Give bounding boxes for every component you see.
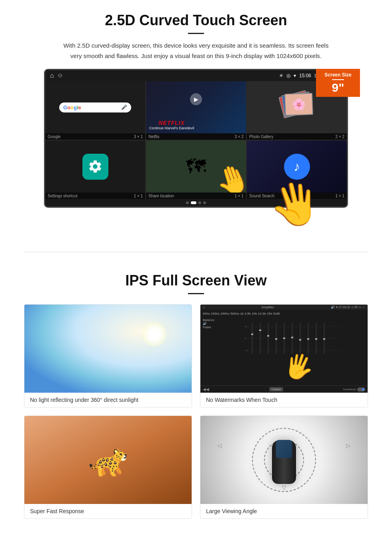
settings-icon-wrap <box>82 154 108 180</box>
amp-home-icon: ⌂ <box>203 305 205 309</box>
location-icon: ◎ <box>286 73 290 78</box>
status-time: 15:06 <box>299 73 311 78</box>
amp-labels: 60hz 100hz 200hz 500hz 1k 2.5k 10k 12.5k… <box>200 310 368 317</box>
title-divider-2 <box>188 293 204 294</box>
feature-sunlight: No light reflecting under 360° direct su… <box>24 304 192 407</box>
netflix-content: ▶ NETFLIX Continue Marvel's Daredevil <box>146 81 246 133</box>
photo-stack: 🌸 <box>281 91 313 123</box>
svg-rect-13 <box>275 338 277 340</box>
amp-title-text: Amplifier <box>262 305 274 309</box>
svg-rect-25 <box>323 338 325 340</box>
app-cell-settings[interactable]: Settings shortcut 1 × 1 <box>45 141 145 199</box>
svg-text:0: 0 <box>244 337 246 340</box>
svg-rect-17 <box>291 337 293 338</box>
svg-rect-11 <box>267 335 269 337</box>
app-cell-maps[interactable]: 🗺 🤚 Share location 1 × 1 <box>146 141 246 199</box>
arrow-left: ◁ <box>217 442 222 449</box>
photos-label: Photo Gallery 2 × 2 <box>247 133 347 140</box>
svg-rect-15 <box>283 337 285 339</box>
dot-1 <box>186 201 189 204</box>
wifi-icon: ▾ <box>294 73 296 78</box>
feature-topview: ◁ ▷ ▽ Large Viewing Angle <box>200 415 368 519</box>
status-left: ⌂ ⚇ <box>50 72 62 79</box>
amp-toggle: loudness <box>343 387 365 391</box>
dot-4 <box>203 201 206 204</box>
amp-balance-label: Balance🔊Fader <box>203 318 219 329</box>
amp-loudness-label: loudness <box>343 387 356 391</box>
car-topview <box>270 434 298 486</box>
maps-app-name: Share location <box>148 194 174 198</box>
gear-icon <box>88 159 103 174</box>
svg-text:-10: -10 <box>244 349 248 352</box>
topview-image: ◁ ▷ ▽ <box>200 416 368 504</box>
usb-icon: ⚇ <box>58 73 62 78</box>
arrow-right: ▷ <box>346 442 351 449</box>
toggle-track[interactable] <box>357 387 365 391</box>
section-curved-screen: 2.5D Curved Touch Screen With 2.5D curve… <box>0 0 392 240</box>
netflix-app-size: 3 × 2 <box>234 134 244 139</box>
app-cell-netflix[interactable]: ▶ NETFLIX Continue Marvel's Daredevil Ne… <box>146 81 246 140</box>
sound-icon-wrap: ♪ <box>284 154 310 180</box>
music-note-icon: ♪ <box>294 159 300 174</box>
settings-label: Settings shortcut 1 × 1 <box>45 193 145 199</box>
amplifier-image: ⌂ Amplifier 🔊 ▾ 17:33 ⊡ ◁ ☒ ▭ ← 60hz 100… <box>200 305 368 393</box>
section-divider <box>24 252 368 252</box>
section2-title: IPS Full Screen View <box>24 272 368 289</box>
photo-card-3: 🌸 <box>284 93 313 116</box>
google-search-bar[interactable]: Google 🎤 <box>59 102 131 112</box>
title-divider <box>188 33 204 34</box>
netflix-bg: ▶ NETFLIX Continue Marvel's Daredevil <box>146 81 246 133</box>
hand-pointing-icon: 🤚 <box>211 159 246 193</box>
section1-title: 2.5D Curved Touch Screen <box>24 12 368 29</box>
maps-content: 🗺 🤚 <box>146 141 246 193</box>
dot-3 <box>198 201 201 204</box>
app-cell-google[interactable]: Google 🎤 Google 3 × 1 <box>45 81 145 140</box>
section-ips-screen: IPS Full Screen View No light reflecting… <box>0 264 392 531</box>
netflix-app-name: Netflix <box>148 134 160 139</box>
settings-app-size: 1 × 1 <box>134 194 143 198</box>
google-bg: Google 🎤 <box>45 81 145 133</box>
amp-status-icons: 🔊 ▾ 17:33 ⊡ ◁ ☒ ▭ ← <box>331 305 365 309</box>
settings-content <box>45 141 145 193</box>
badge-size: 9" <box>332 81 344 94</box>
sound-app-size: 1 × 1 <box>335 194 344 198</box>
svg-rect-7 <box>251 333 253 335</box>
svg-rect-19 <box>299 339 301 341</box>
netflix-overlay: NETFLIX Continue Marvel's Daredevil <box>149 120 194 130</box>
cheetah-caption: Super Fast Response <box>24 504 192 518</box>
google-app-size: 3 × 1 <box>134 134 143 139</box>
cheetah-image: 🐆 <box>24 416 192 504</box>
amp-footer: ◀◀ Custom loudness <box>200 385 368 393</box>
home-icon[interactable]: ⌂ <box>50 72 54 79</box>
google-content: Google 🎤 <box>45 81 145 133</box>
amp-nav-icon: ◀◀ <box>203 387 209 391</box>
svg-rect-10 <box>268 322 269 354</box>
settings-app-name: Settings shortcut <box>48 194 77 198</box>
amp-custom-btn[interactable]: Custom <box>269 387 283 391</box>
netflix-label: Netflix 3 × 2 <box>146 133 246 140</box>
feature-cheetah: 🐆 Super Fast Response <box>24 415 192 519</box>
google-label: Google 3 × 1 <box>45 133 145 140</box>
sunlight-caption: No light reflecting under 360° direct su… <box>24 393 192 407</box>
bluetooth-icon: ✳ <box>279 73 283 78</box>
toggle-thumb <box>362 388 364 391</box>
settings-bg <box>45 141 145 193</box>
badge-divider <box>332 79 344 80</box>
svg-rect-21 <box>307 338 309 340</box>
arrow-down: ▽ <box>282 484 286 491</box>
cheetah-icon: 🐆 <box>88 441 128 479</box>
svg-rect-18 <box>300 322 301 354</box>
section1-desc: With 2.5D curved-display screen, this de… <box>60 40 332 61</box>
badge-title: Screen Size <box>322 72 354 78</box>
decorative-hand: 🖐 <box>266 177 324 232</box>
topview-caption: Large Viewing Angle <box>200 504 368 518</box>
photos-app-size: 2 × 2 <box>335 134 344 139</box>
play-button[interactable]: ▶ <box>190 93 202 105</box>
mic-icon: 🎤 <box>121 104 127 110</box>
amplifier-wrapper: ⌂ Amplifier 🔊 ▾ 17:33 ⊡ ◁ ☒ ▭ ← 60hz 100… <box>200 305 368 393</box>
feature-amplifier: ⌂ Amplifier 🔊 ▾ 17:33 ⊡ ◁ ☒ ▭ ← 60hz 100… <box>200 304 368 407</box>
car-body <box>272 440 296 484</box>
netflix-logo-text: NETFLIX <box>149 120 194 126</box>
feature-grid: No light reflecting under 360° direct su… <box>24 304 368 519</box>
photos-app-name: Photo Gallery <box>249 134 274 139</box>
